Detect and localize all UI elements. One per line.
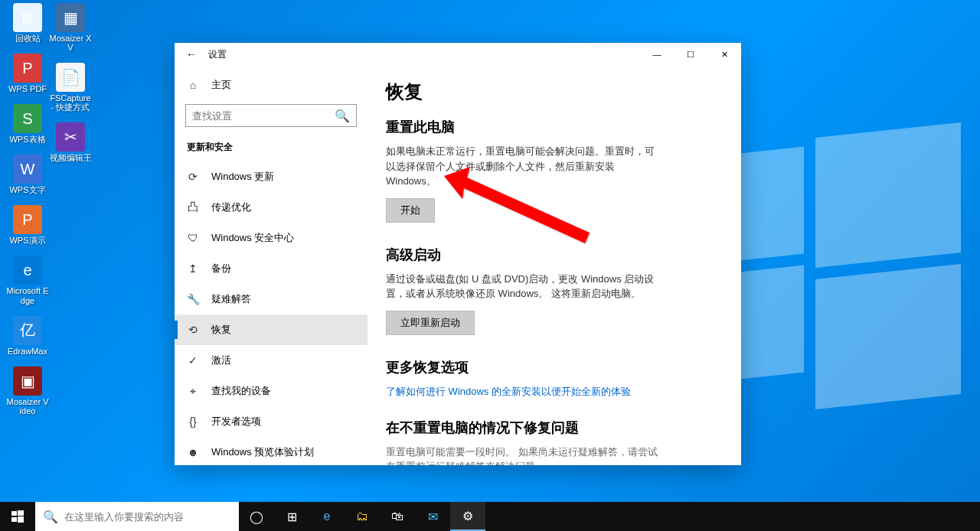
- find-device-icon: ⌖: [187, 385, 199, 398]
- taskbar-search-input[interactable]: [64, 511, 231, 523]
- sidebar-home-label: 主页: [211, 78, 231, 92]
- advanced-start-desc: 通过设备或磁盘(如 U 盘或 DVD)启动，更改 Windows 启动设置，或者…: [386, 272, 662, 301]
- main-panel: 恢复 重置此电脑 如果电脑未正常运行，重置电脑可能会解决问题。重置时，可以选择保…: [368, 66, 741, 465]
- restart-now-button[interactable]: 立即重新启动: [386, 311, 475, 335]
- sidebar-item-developer[interactable]: {}开发者选项: [175, 406, 368, 437]
- home-icon: ⌂: [187, 79, 199, 91]
- settings-window: ← 设置 — ☐ ✕ ⌂ 主页 🔍 更新和安全 ⟳Windows 更新凸传递优化…: [175, 43, 741, 465]
- cortana-icon[interactable]: ◯: [239, 502, 274, 531]
- back-button[interactable]: ←: [175, 48, 208, 60]
- desktop-icon-recycle-bin[interactable]: 🗑回收站: [6, 3, 49, 43]
- svg-rect-3: [11, 517, 17, 522]
- fix-without-reset-heading: 在不重置电脑的情况下修复问题: [386, 419, 723, 437]
- video-editor-icon: ✂: [56, 122, 85, 151]
- desktop-icon-label: WPS PDF: [6, 84, 49, 93]
- sidebar-item-label: 备份: [211, 262, 231, 275]
- close-button[interactable]: ✕: [707, 43, 741, 66]
- desktop-icon-wps-sheet[interactable]: SWPS表格: [6, 104, 49, 144]
- sidebar-item-insider[interactable]: ☻Windows 预览体验计划: [175, 437, 368, 465]
- settings-sidebar: ⌂ 主页 🔍 更新和安全 ⟳Windows 更新凸传递优化🛡Windows 安全…: [175, 66, 368, 465]
- desktop-icon-label: 视频编辑王: [49, 153, 92, 162]
- svg-rect-2: [18, 510, 24, 516]
- sidebar-item-find-device[interactable]: ⌖查找我的设备: [175, 376, 368, 406]
- task-view-icon[interactable]: ⊞: [274, 502, 309, 531]
- taskbar-search[interactable]: 🔍: [35, 502, 239, 531]
- troubleshoot-icon: 🔧: [187, 293, 199, 305]
- advanced-start-heading: 高级启动: [386, 246, 723, 264]
- desktop-icon-label: FSCapture - 快捷方式: [49, 93, 92, 112]
- more-options-heading: 更多恢复选项: [386, 358, 723, 376]
- taskbar-explorer-icon[interactable]: 🗂: [345, 502, 380, 531]
- sidebar-item-windows-update[interactable]: ⟳Windows 更新: [175, 161, 368, 192]
- sidebar-item-backup[interactable]: ↥备份: [175, 253, 368, 284]
- desktop-icon-label: WPS文字: [6, 185, 49, 194]
- start-button[interactable]: [0, 502, 35, 531]
- edrawmax-icon: 亿: [13, 316, 42, 345]
- desktop-icon-mosaizer-video[interactable]: ▣Mosaizer Video: [6, 366, 49, 415]
- desktop-icon-label: EdrawMax: [6, 347, 49, 356]
- sidebar-item-label: Windows 更新: [211, 170, 274, 184]
- sidebar-search[interactable]: 🔍: [185, 104, 357, 127]
- recovery-icon: ⟲: [187, 324, 199, 336]
- developer-icon: {}: [187, 415, 199, 428]
- desktop-icon-wps-present[interactable]: PWPS演示: [6, 205, 49, 245]
- delivery-opt-icon: 凸: [187, 200, 199, 214]
- wps-pdf-icon: P: [13, 54, 42, 83]
- reset-pc-heading: 重置此电脑: [386, 118, 723, 136]
- sidebar-item-troubleshoot[interactable]: 🔧疑难解答: [175, 284, 368, 314]
- mosaizer-xv-icon: ▦: [56, 3, 85, 32]
- window-title: 设置: [208, 48, 227, 61]
- desktop-icon-label: Mosaizer Video: [6, 397, 49, 415]
- desktop-icon-fscapture[interactable]: 📄FSCapture - 快捷方式: [49, 63, 92, 112]
- page-title: 恢复: [386, 80, 723, 104]
- sidebar-category: 更新和安全: [175, 136, 368, 161]
- desktop-icon-wps-pdf[interactable]: PWPS PDF: [6, 54, 49, 93]
- minimize-button[interactable]: —: [640, 43, 674, 66]
- desktop-icon-edge[interactable]: eMicrosoft Edge: [6, 256, 49, 305]
- mosaizer-video-icon: ▣: [13, 366, 42, 396]
- reset-pc-start-button[interactable]: 开始: [386, 198, 435, 223]
- desktop-icon-label: WPS演示: [6, 236, 49, 245]
- fix-without-reset-desc: 重置电脑可能需要一段时间。 如果尚未运行疑难解答，请尝试在重置前运行疑难解答来解…: [386, 445, 662, 466]
- taskbar-settings-icon[interactable]: ⚙: [450, 502, 485, 531]
- sidebar-item-label: 恢复: [211, 323, 231, 337]
- reset-pc-desc: 如果电脑未正常运行，重置电脑可能会解决问题。重置时，可以选择保留个人文件或删除个…: [386, 144, 662, 189]
- sidebar-item-label: 传递优化: [211, 200, 251, 214]
- fscapture-icon: 📄: [56, 63, 85, 92]
- svg-rect-1: [11, 511, 17, 516]
- sidebar-item-security[interactable]: 🛡Windows 安全中心: [175, 223, 368, 253]
- sidebar-item-recovery[interactable]: ⟲恢复: [175, 314, 368, 345]
- fresh-install-link[interactable]: 了解如何进行 Windows 的全新安装以便开始全新的体验: [386, 385, 631, 399]
- desktop-icon-wps-writer[interactable]: WWPS文字: [6, 155, 49, 194]
- desktop-icon-label: 回收站: [6, 34, 49, 43]
- taskbar-edge-icon[interactable]: e: [309, 502, 345, 531]
- taskbar: 🔍 ◯ ⊞ e 🗂 🛍 ✉ ⚙: [0, 502, 980, 531]
- sidebar-item-label: Windows 预览体验计划: [211, 445, 314, 459]
- search-input[interactable]: [192, 110, 335, 122]
- sidebar-item-label: 激活: [211, 353, 231, 367]
- windows-update-icon: ⟳: [187, 171, 199, 183]
- activation-icon: ✓: [187, 354, 199, 366]
- desktop-icon-label: Mosaizer XV: [49, 34, 92, 52]
- backup-icon: ↥: [187, 262, 199, 275]
- sidebar-item-label: 疑难解答: [211, 292, 251, 306]
- wps-writer-icon: W: [13, 155, 42, 184]
- wps-present-icon: P: [13, 205, 42, 234]
- titlebar: ← 设置 — ☐ ✕: [175, 43, 741, 66]
- desktop-icon-edrawmax[interactable]: 亿EdrawMax: [6, 316, 49, 356]
- svg-rect-4: [18, 516, 24, 523]
- desktop-icon-video-editor[interactable]: ✂视频编辑王: [49, 122, 92, 162]
- maximize-button[interactable]: ☐: [674, 43, 707, 66]
- security-icon: 🛡: [187, 232, 199, 244]
- search-icon: 🔍: [43, 510, 58, 524]
- sidebar-item-activation[interactable]: ✓激活: [175, 345, 368, 376]
- sidebar-home[interactable]: ⌂ 主页: [175, 70, 368, 99]
- sidebar-item-label: 开发者选项: [211, 415, 261, 428]
- sidebar-item-delivery-opt[interactable]: 凸传递优化: [175, 192, 368, 223]
- taskbar-store-icon[interactable]: 🛍: [380, 502, 415, 531]
- sidebar-item-label: 查找我的设备: [211, 384, 271, 398]
- recycle-bin-icon: 🗑: [13, 3, 42, 32]
- desktop-icon-mosaizer-xv[interactable]: ▦Mosaizer XV: [49, 3, 92, 52]
- desktop-icon-label: Microsoft Edge: [6, 286, 49, 305]
- taskbar-mail-icon[interactable]: ✉: [415, 502, 450, 531]
